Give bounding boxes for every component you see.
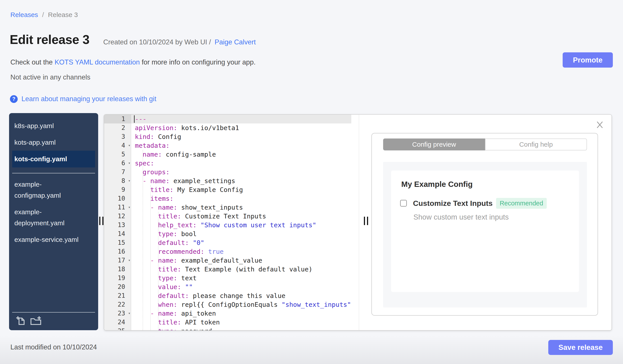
editor-line[interactable]: 13 help_text: "Show custom user text inp… (104, 221, 359, 229)
editor-line[interactable]: 17▾ - name: example_default_value (104, 256, 359, 265)
fold-icon[interactable]: ▾ (128, 256, 131, 265)
code-text: title: Text Example (with default value) (131, 265, 359, 274)
editor-line[interactable]: 6▾spec: (104, 159, 359, 168)
sidebar-item-k8s-app.yaml[interactable]: k8s-app.yaml (9, 120, 84, 131)
editor-line[interactable]: 23▾ - name: api_token (104, 309, 359, 318)
line-number: 24 (104, 318, 131, 327)
editor-line[interactable]: 22 when: repl{{ ConfigOptionEquals "show… (104, 300, 359, 309)
editor-line[interactable]: 2apiVersion: kots.io/v1beta1 (104, 123, 359, 132)
editor-line[interactable]: 19 type: text (104, 274, 359, 283)
new-folder-icon (30, 316, 42, 326)
editor-line[interactable]: 1--- (104, 115, 359, 123)
breadcrumb-releases-link[interactable]: Releases (10, 11, 38, 18)
line-number: 1 (104, 115, 131, 123)
line-number: 25 (104, 327, 131, 330)
line-number: 21 (104, 291, 131, 300)
tab-config-preview[interactable]: Config preview (383, 139, 485, 150)
channel-status: Not active in any channels (10, 73, 90, 81)
help-icon: ? (10, 95, 18, 103)
config-group-card: My Example Config Customize Text Inputs … (391, 170, 579, 292)
recommended-badge: Recommended (496, 198, 547, 209)
code-text: - name: example_settings (131, 177, 359, 185)
code-text: type: password (131, 327, 359, 330)
code-text: name: config-sample (131, 150, 359, 159)
sidebar-divider (12, 173, 95, 173)
breadcrumb-current: Release 3 (48, 11, 78, 18)
config-item-label: Customize Text Inputs (413, 199, 492, 208)
code-text: recommended: true (131, 247, 359, 256)
customize-text-inputs-checkbox[interactable] (400, 200, 407, 206)
new-folder-button[interactable] (30, 316, 42, 326)
line-number: 5 (104, 150, 131, 159)
sidebar-resize-handle[interactable] (99, 217, 104, 225)
sidebar-item-kots-config.yaml[interactable]: kots-config.yaml (12, 151, 95, 167)
editor-panel: 1---2apiVersion: kots.io/v1beta13kind: C… (104, 114, 612, 331)
line-number: 11▾ (104, 203, 131, 212)
fold-icon[interactable]: ▾ (128, 176, 131, 185)
line-number: 2 (104, 123, 131, 132)
line-number: 19 (104, 274, 131, 283)
config-group-title: My Example Config (401, 180, 473, 189)
editor-line[interactable]: 21 default: please change this value (104, 291, 359, 300)
line-number: 16 (104, 247, 131, 256)
docs-line: Check out the KOTS YAML documentation fo… (10, 58, 256, 66)
sidebar-item-example-service.yaml[interactable]: example-service.yaml (9, 234, 84, 245)
config-item-help: Show custom user text inputs (413, 213, 509, 221)
line-number: 8▾ (104, 177, 131, 185)
line-number: 15 (104, 238, 131, 247)
preview-tabs: Config preview Config help (383, 139, 587, 150)
page-title: Edit release 3 (10, 32, 89, 47)
editor-line[interactable]: 3kind: Config (104, 132, 359, 141)
new-file-button[interactable] (16, 316, 26, 326)
sidebar-actions (12, 312, 95, 327)
code-text: type: text (131, 274, 359, 283)
editor-line[interactable]: 8▾ - name: example_settings (104, 177, 359, 185)
sidebar-item-kots-app.yaml[interactable]: kots-app.yaml (9, 137, 84, 148)
line-number: 23▾ (104, 309, 131, 318)
save-release-button[interactable]: Save release (548, 340, 613, 355)
close-icon[interactable] (596, 121, 603, 129)
line-number: 9 (104, 185, 131, 194)
editor-line[interactable]: 5 name: config-sample (104, 150, 359, 159)
promote-button[interactable]: Promote (563, 52, 613, 68)
config-preview-card: Config preview Config help My Example Co… (371, 133, 598, 316)
editor-line[interactable]: 4▾metadata: (104, 141, 359, 150)
git-docs-link[interactable]: Learn about managing your releases with … (22, 95, 156, 103)
code-text: - name: example_default_value (131, 256, 359, 265)
sidebar-item-example-configmap.yaml[interactable]: example-configmap.yaml (9, 179, 84, 201)
code-text: title: Customize Text Inputs (131, 212, 359, 221)
code-text: items: (131, 194, 359, 203)
tab-config-help[interactable]: Config help (485, 139, 587, 150)
fold-icon[interactable]: ▾ (128, 203, 131, 212)
editor-line[interactable]: 9 title: My Example Config (104, 185, 359, 194)
page: Releases / Release 3 Edit release 3 Crea… (0, 0, 623, 364)
line-number: 6▾ (104, 159, 131, 168)
created-info: Created on 10/10/2024 by Web UI / Paige … (103, 38, 256, 46)
editor-line[interactable]: 15 default: "0" (104, 238, 359, 247)
kots-docs-link[interactable]: KOTS YAML documentation (55, 58, 140, 66)
editor-line[interactable]: 16 recommended: true (104, 247, 359, 256)
fold-icon[interactable]: ▾ (128, 141, 131, 150)
line-number: 4▾ (104, 141, 131, 150)
editor-line[interactable]: 18 title: Text Example (with default val… (104, 265, 359, 274)
editor-line[interactable]: 25 type: password (104, 327, 359, 330)
editor-line[interactable]: 20 value: "" (104, 283, 359, 291)
docs-prefix: Check out the (10, 58, 55, 66)
fold-icon[interactable]: ▾ (128, 159, 131, 167)
sidebar-file-list: k8s-app.yamlkots-app.yamlkots-config.yam… (9, 120, 98, 251)
editor-line[interactable]: 7 groups: (104, 168, 359, 177)
code-text: spec: (131, 159, 359, 168)
editor-line[interactable]: 11▾ - name: show_text_inputs (104, 203, 359, 212)
preview-resize-handle[interactable] (364, 217, 368, 225)
editor-line[interactable]: 10 items: (104, 194, 359, 203)
editor-line[interactable]: 24 title: API token (104, 318, 359, 327)
fold-icon[interactable]: ▾ (128, 309, 131, 318)
sidebar-item-example-deployment.yaml[interactable]: example-deployment.yaml (9, 206, 84, 229)
created-text: Created on 10/10/2024 by Web UI / (103, 38, 211, 46)
editor-line[interactable]: 12 title: Customize Text Inputs (104, 212, 359, 221)
text-cursor (134, 115, 135, 123)
author-link[interactable]: Paige Calvert (215, 38, 256, 46)
code-editor[interactable]: 1---2apiVersion: kots.io/v1beta13kind: C… (104, 115, 359, 330)
editor-line[interactable]: 14 type: bool (104, 229, 359, 238)
line-number: 14 (104, 229, 131, 238)
